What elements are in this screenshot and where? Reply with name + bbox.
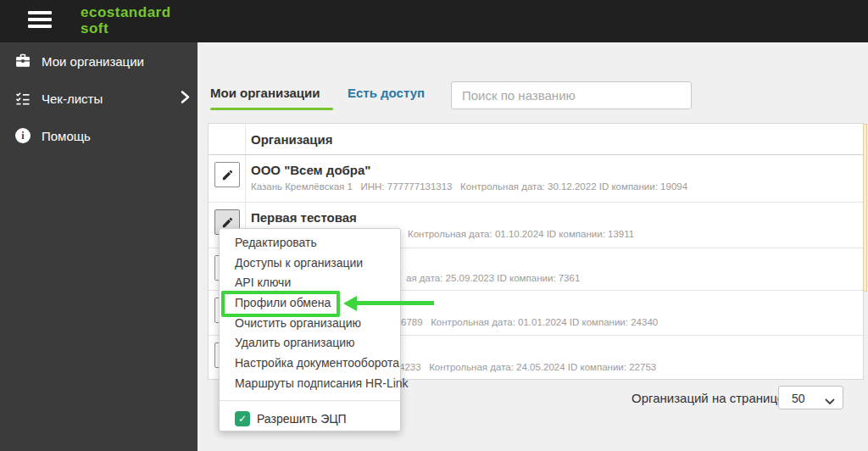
menu-item-delete-organization[interactable]: Удалить организацию	[220, 333, 400, 354]
checklist-icon	[14, 89, 32, 108]
allow-digital-signature-toggle[interactable]: ✓ Разрешить ЭЦП	[235, 411, 400, 426]
organization-title: ООО "Всем добра"	[251, 163, 370, 177]
logo-line2: soft	[81, 20, 171, 36]
menu-item-org-access[interactable]: Доступы к организации	[220, 253, 400, 274]
chevron-right-icon	[179, 90, 191, 108]
sidebar-item-my-organizations[interactable]: Мои организации	[0, 42, 198, 80]
app-root: ecostandard soft Мои организации Чек-лис…	[0, 0, 868, 451]
sidebar-item-label: Мои организации	[42, 54, 144, 69]
briefcase-icon	[14, 52, 32, 70]
row-context-menu: Редактировать Доступы к организации API …	[219, 228, 401, 432]
pencil-icon	[221, 216, 234, 229]
sidebar: Мои организации Чек-листы i Помощь	[0, 42, 198, 451]
info-icon: i	[14, 126, 32, 145]
sidebar-item-label: Помощь	[42, 129, 91, 143]
edit-button[interactable]	[214, 162, 240, 187]
organization-subtitle: Казань Кремлёвская 1 ИНН: 777777131313 К…	[251, 181, 687, 192]
checkbox-checked-icon[interactable]: ✓	[235, 411, 250, 426]
app-logo: ecostandard soft	[81, 4, 171, 36]
tab-my-organizations[interactable]: Мои организации	[210, 86, 320, 100]
menu-item-edit[interactable]: Редактировать	[220, 233, 400, 253]
topbar: ecostandard soft	[0, 0, 868, 42]
table-row: ООО "Всем добра" Казань Кремлёвская 1 ИН…	[209, 155, 863, 203]
table-header-row: Организация	[209, 124, 863, 155]
search-input[interactable]	[451, 81, 692, 109]
menu-item-hr-link-routes[interactable]: Маршруты подписания HR-Link	[220, 374, 400, 394]
hamburger-menu-icon[interactable]	[28, 11, 53, 31]
organization-subtitle: 4233 Контрольная дата: 24.05.2024 ID ком…	[399, 362, 656, 372]
allow-digital-signature-label: Разрешить ЭЦП	[257, 412, 347, 426]
pencil-icon	[221, 169, 234, 181]
active-tab-underline	[210, 108, 333, 110]
organization-title: Первая тестовая	[251, 210, 357, 225]
sidebar-item-checklists[interactable]: Чек-листы	[0, 80, 198, 117]
per-page-select[interactable]: 50	[778, 386, 843, 409]
menu-item-exchange-profiles[interactable]: Профили обмена	[220, 293, 400, 314]
chevron-down-icon	[825, 394, 835, 409]
organization-subtitle: Контрольная дата: 01.10.2024 ID компании…	[408, 229, 634, 239]
per-page-label: Организаций на странице	[632, 391, 784, 405]
column-header-organization: Организация	[251, 132, 333, 147]
table-scrollbar-thumb[interactable]	[863, 124, 867, 292]
sidebar-item-help[interactable]: i Помощь	[0, 117, 198, 154]
tab-has-access[interactable]: Есть доступ	[348, 86, 425, 100]
per-page-value: 50	[792, 392, 805, 405]
organization-subtitle: 6789 Контрольная дата: 01.01.2024 ID ком…	[401, 317, 658, 327]
sidebar-item-label: Чек-листы	[42, 92, 103, 106]
menu-divider	[220, 400, 400, 401]
menu-item-api-keys[interactable]: API ключи	[220, 273, 400, 293]
menu-item-docflow-settings[interactable]: Настройка документооборота	[220, 354, 400, 374]
logo-line1: ecostandard	[81, 4, 171, 20]
menu-item-clear-organization[interactable]: Очистить организацию	[220, 314, 400, 334]
organization-subtitle: ая дата: 25.09.2023 ID компании: 7361	[406, 273, 580, 283]
